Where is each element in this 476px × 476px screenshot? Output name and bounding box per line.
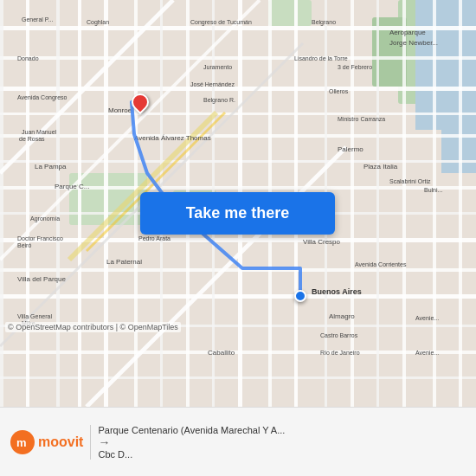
svg-text:Río de Janeiro: Río de Janeiro: [320, 350, 360, 356]
svg-text:Palermo: Palermo: [338, 145, 363, 153]
take-me-there-button[interactable]: Take me there: [140, 192, 335, 235]
svg-rect-38: [433, 0, 436, 407]
svg-text:Scalabrini Ortiz: Scalabrini Ortiz: [389, 178, 431, 184]
svg-rect-35: [351, 0, 354, 407]
svg-rect-36: [376, 0, 379, 407]
svg-text:Coghlan: Coghlan: [87, 19, 109, 26]
svg-text:Monroe: Monroe: [108, 106, 132, 114]
map-container: General P... Coghlan Congreso de Tucumán…: [0, 0, 476, 407]
svg-rect-37: [402, 0, 406, 407]
svg-text:Villa Crespo: Villa Crespo: [303, 238, 341, 246]
svg-text:m: m: [16, 436, 27, 449]
svg-text:Bulni...: Bulni...: [424, 187, 442, 193]
route-info: Parque Centenario (Avenida Marechal Y A.…: [98, 425, 466, 460]
svg-text:General P...: General P...: [22, 16, 54, 23]
svg-text:Lisandro de la Torre: Lisandro de la Torre: [294, 55, 348, 61]
moovit-logo: m moovit: [10, 430, 83, 454]
svg-rect-5: [268, 0, 312, 26]
svg-text:Doctor Francisco: Doctor Francisco: [17, 235, 63, 241]
svg-rect-39: [459, 0, 462, 407]
svg-text:Avenida Corrientes: Avenida Corrientes: [355, 261, 407, 267]
moovit-logo-icon: m: [10, 430, 35, 454]
bottom-bar: m moovit Parque Centenario (Avenida Mare…: [0, 407, 476, 476]
route-arrow-icon: →: [98, 435, 466, 449]
svg-text:Juan Manuel: Juan Manuel: [22, 129, 57, 135]
bottom-bar-divider: [90, 425, 91, 460]
svg-text:Avenie...: Avenie...: [415, 350, 439, 356]
destination-pin-marker: [128, 90, 152, 114]
svg-text:Pedro Arata: Pedro Arata: [138, 235, 170, 241]
svg-text:Belgrano R.: Belgrano R.: [203, 97, 235, 104]
svg-text:Olleros: Olleros: [329, 88, 349, 94]
svg-text:Parque C...: Parque C...: [55, 183, 89, 190]
svg-text:José Hernández: José Hernández: [190, 81, 235, 87]
destination-pin: [132, 93, 149, 111]
svg-text:Beiró: Beiró: [17, 242, 31, 248]
svg-rect-26: [104, 0, 108, 407]
svg-text:Avenida Congreso: Avenida Congreso: [17, 94, 68, 101]
svg-text:de Rosas: de Rosas: [19, 136, 45, 142]
svg-text:Avenie...: Avenie...: [415, 315, 439, 321]
copyright-text: © OpenStreetMap contributors | © OpenMap…: [5, 322, 181, 332]
moovit-brand-name: moovit: [38, 434, 83, 450]
svg-text:Jorge Newber...: Jorge Newber...: [389, 39, 438, 47]
svg-text:Aeroparque: Aeroparque: [389, 29, 426, 36]
svg-text:Caballito: Caballito: [208, 349, 235, 357]
moovit-m-icon: m: [15, 434, 30, 450]
svg-text:Agronomía: Agronomía: [30, 215, 60, 222]
origin-dot: [294, 290, 306, 302]
svg-text:Buenos Aires: Buenos Aires: [312, 287, 362, 296]
route-to-label: Cbc D...: [98, 449, 466, 460]
svg-text:Donado: Donado: [17, 55, 39, 61]
svg-text:Juramento: Juramento: [203, 64, 232, 70]
svg-text:Avenida Álvarez Thomas: Avenida Álvarez Thomas: [134, 134, 211, 142]
route-from-label: Parque Centenario (Avenida Marechal Y A.…: [98, 425, 466, 435]
svg-text:Villa del Parque: Villa del Parque: [17, 275, 66, 283]
svg-text:Castro Barros: Castro Barros: [320, 332, 358, 338]
svg-text:3 de Febrero: 3 de Febrero: [338, 64, 372, 70]
svg-rect-25: [78, 0, 81, 407]
svg-text:La Paternal: La Paternal: [106, 258, 142, 266]
svg-text:Villa General: Villa General: [17, 313, 52, 319]
svg-text:Belgrano: Belgrano: [312, 19, 336, 26]
svg-text:Almagro: Almagro: [329, 312, 355, 320]
svg-text:Congreso de Tucumán: Congreso de Tucumán: [190, 19, 252, 26]
svg-text:Plaza Italia: Plaza Italia: [363, 163, 398, 170]
svg-text:La Pampa: La Pampa: [35, 163, 67, 170]
svg-text:Ministro Carranza: Ministro Carranza: [338, 116, 385, 122]
